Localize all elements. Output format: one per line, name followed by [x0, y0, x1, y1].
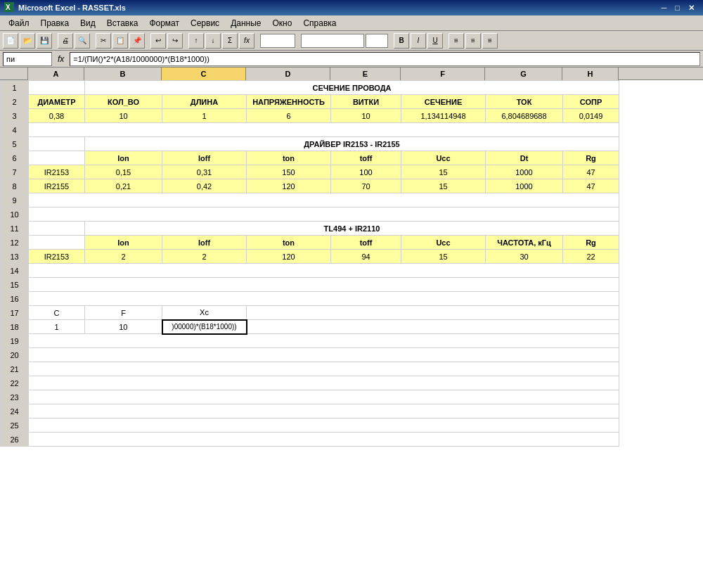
cell-E12[interactable]: toff	[331, 236, 401, 250]
cell-row17-rest[interactable]	[247, 306, 619, 320]
col-header-G[interactable]: G	[485, 68, 562, 80]
col-header-E[interactable]: E	[330, 68, 401, 80]
cell-C6[interactable]: Ioff	[162, 151, 247, 165]
cell-D6[interactable]: ton	[247, 151, 331, 165]
name-box[interactable]: пи	[3, 52, 52, 66]
print-btn[interactable]: 🖨	[58, 33, 73, 49]
sum-btn[interactable]: Σ	[222, 33, 238, 49]
cell-E13[interactable]: 94	[331, 250, 401, 264]
close-btn[interactable]: ✕	[684, 4, 699, 13]
cell-A18[interactable]: 1	[29, 320, 85, 334]
cell-A5[interactable]	[29, 137, 85, 151]
cell-row16[interactable]	[29, 292, 619, 306]
col-header-F[interactable]: F	[401, 68, 485, 80]
cell-row22[interactable]	[29, 376, 619, 390]
cell-A1[interactable]	[29, 81, 85, 95]
cell-F13[interactable]: 15	[401, 250, 486, 264]
menu-insert[interactable]: Вставка	[101, 17, 144, 30]
cell-E6[interactable]: toff	[331, 151, 401, 165]
formula-input[interactable]: =1/(ПИ()*2*(A18/1000000)*(B18*1000))	[70, 52, 700, 66]
cell-E8[interactable]: 70	[331, 179, 401, 193]
fx-btn[interactable]: fx	[239, 33, 254, 49]
menu-window[interactable]: Окно	[266, 17, 297, 30]
cell-C7[interactable]: 0,31	[162, 165, 247, 179]
cell-B18[interactable]: 10	[85, 320, 162, 334]
underline-btn[interactable]: U	[427, 33, 443, 49]
col-header-D[interactable]: D	[246, 68, 330, 80]
cell-B13[interactable]: 2	[85, 250, 162, 264]
cell-row25[interactable]	[29, 418, 619, 433]
cell-A12[interactable]	[29, 236, 85, 250]
cell-F2[interactable]: СЕЧЕНИЕ	[401, 95, 486, 109]
preview-btn[interactable]: 🔍	[75, 33, 90, 49]
copy-btn[interactable]: 📋	[112, 33, 128, 49]
cell-G8[interactable]: 1000	[486, 179, 563, 193]
spreadsheet-wrapper[interactable]: 1 СЕЧЕНИЕ ПРОВОДА 2 ДИАМЕТР КОЛ_ВО ДЛИНА…	[0, 80, 703, 588]
redo-btn[interactable]: ↪	[167, 33, 183, 49]
cell-row24[interactable]	[29, 404, 619, 418]
cell-D3[interactable]: 6	[247, 109, 331, 123]
cell-row10[interactable]	[29, 207, 619, 222]
new-btn[interactable]: 📄	[3, 33, 18, 49]
cell-row20[interactable]	[29, 348, 619, 362]
cell-H13[interactable]: 22	[563, 250, 619, 264]
cell-D2[interactable]: НАПРЯЖЕННОСТЬ	[247, 95, 331, 109]
cell-G2[interactable]: ТОК	[486, 95, 563, 109]
cell-row19[interactable]	[29, 334, 619, 348]
cell-F12[interactable]: Ucc	[401, 236, 486, 250]
cell-G13[interactable]: 30	[486, 250, 563, 264]
menu-file[interactable]: Файл	[3, 17, 35, 30]
cell-row21[interactable]	[29, 362, 619, 376]
cell-B2[interactable]: КОЛ_ВО	[85, 95, 162, 109]
cell-H2[interactable]: СОПР	[563, 95, 619, 109]
cell-D12[interactable]: ton	[247, 236, 331, 250]
cell-E2[interactable]: ВИТКИ	[331, 95, 401, 109]
fontsize-input[interactable]: 10	[366, 34, 388, 48]
cell-D7[interactable]: 150	[247, 165, 331, 179]
maximize-btn[interactable]: □	[671, 4, 684, 12]
menu-view[interactable]: Вид	[75, 17, 101, 30]
align-center-btn[interactable]: ≡	[465, 33, 481, 49]
minimize-btn[interactable]: ─	[657, 4, 671, 12]
cell-C3[interactable]: 1	[162, 109, 247, 123]
save-btn[interactable]: 💾	[37, 33, 52, 49]
menu-edit[interactable]: Правка	[35, 17, 75, 30]
align-left-btn[interactable]: ≡	[449, 33, 464, 49]
cell-A7[interactable]: IR2153	[29, 165, 85, 179]
cell-H8[interactable]: 47	[563, 179, 619, 193]
cell-G3[interactable]: 6,804689688	[486, 109, 563, 123]
cell-F3[interactable]: 1,134114948	[401, 109, 486, 123]
cell-G7[interactable]: 1000	[486, 165, 563, 179]
italic-btn[interactable]: I	[411, 33, 426, 49]
menu-data[interactable]: Данные	[225, 17, 266, 30]
col-header-A[interactable]: A	[28, 68, 84, 80]
cell-G12[interactable]: ЧАСТОТА, кГц	[486, 236, 563, 250]
cell-row26[interactable]	[29, 433, 619, 447]
cell-H7[interactable]: 47	[563, 165, 619, 179]
col-header-C[interactable]: C	[162, 68, 246, 80]
cell-B3[interactable]: 10	[85, 109, 162, 123]
cell-E3[interactable]: 10	[331, 109, 401, 123]
cell-D13[interactable]: 120	[247, 250, 331, 264]
col-header-H[interactable]: H	[562, 68, 619, 80]
cell-A8[interactable]: IR2155	[29, 179, 85, 193]
cell-F7[interactable]: 15	[401, 165, 486, 179]
sort-desc-btn[interactable]: ↓	[205, 33, 221, 49]
cell-row18-rest[interactable]	[247, 320, 619, 334]
cell-B6[interactable]: Ion	[85, 151, 162, 165]
cell-E7[interactable]: 100	[331, 165, 401, 179]
cell-A3[interactable]: 0,38	[29, 109, 85, 123]
cell-B8[interactable]: 0,21	[85, 179, 162, 193]
paste-btn[interactable]: 📌	[129, 33, 145, 49]
cell-A11[interactable]	[29, 222, 85, 236]
cell-C17[interactable]: Xc	[162, 306, 247, 320]
cell-row23[interactable]	[29, 390, 619, 404]
cell-C8[interactable]: 0,42	[162, 179, 247, 193]
cell-B7[interactable]: 0,15	[85, 165, 162, 179]
cell-B17[interactable]: F	[85, 306, 162, 320]
cell-row14[interactable]	[29, 264, 619, 278]
cell-A13[interactable]: IR2153	[29, 250, 85, 264]
cell-G6[interactable]: Dt	[486, 151, 563, 165]
cell-row15[interactable]	[29, 278, 619, 292]
font-input[interactable]: Arial Cyr	[301, 34, 364, 48]
